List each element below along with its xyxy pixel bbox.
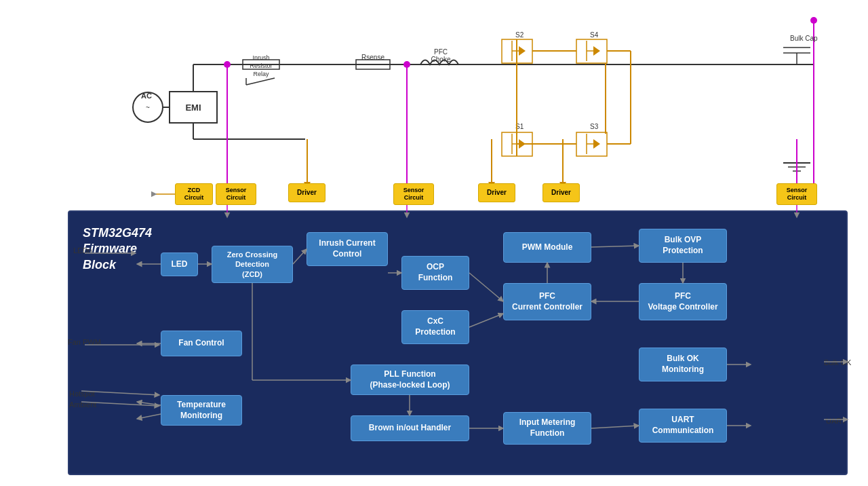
svg-marker-48 — [593, 139, 600, 149]
svg-text:~: ~ — [146, 104, 150, 111]
svg-point-24 — [403, 61, 410, 68]
svg-text:S4: S4 — [590, 31, 599, 39]
svg-rect-35 — [576, 39, 607, 63]
svg-marker-38 — [593, 46, 600, 56]
svg-text:EMI: EMI — [185, 102, 201, 113]
ambient-label: Ambient — [69, 400, 96, 409]
svg-rect-45 — [576, 132, 607, 156]
sensor-circuit-1-block: SensorCircuit — [216, 183, 256, 205]
cxc-protection-block: CxCProtection — [401, 310, 469, 344]
svg-rect-21 — [356, 60, 390, 69]
svg-rect-3 — [170, 92, 217, 123]
sensor-circuit-2-block: SensorCircuit — [393, 183, 434, 205]
uart-comm-block: UARTCommunication — [639, 409, 727, 443]
svg-point-0 — [133, 92, 163, 122]
svg-text:Bulk Cap: Bulk Cap — [790, 35, 818, 42]
fan-pwm-label: Fan PWM — [68, 338, 101, 346]
svg-line-17 — [246, 78, 275, 85]
driver-3-block: Driver — [542, 183, 580, 202]
svg-text:PFC: PFC — [434, 48, 448, 56]
svg-marker-43 — [519, 139, 526, 149]
svg-point-65 — [810, 17, 817, 24]
pwm-module-block: PWM Module — [503, 232, 591, 263]
svg-text:Inrush: Inrush — [252, 54, 269, 61]
bulk-ok-block: Bulk OKMonitoring — [639, 348, 727, 381]
zcd-fw-block: Zero CrossingDetection(ZCD) — [212, 246, 293, 283]
led-block: LED — [161, 253, 198, 276]
bulk-ok-ext-label: Bulk OK — [824, 358, 851, 367]
sensor-circuit-3-block: SensorCircuit — [776, 183, 817, 205]
firmware-block: STM32G474 Firmware Block LED Zero Crossi… — [68, 210, 848, 475]
main-container: ~ AC EMI Inrush Resistor Relay Rsense — [0, 0, 868, 486]
hotspot-label: Hotspot — [69, 390, 95, 398]
inrush-control-block: Inrush CurrentControl — [307, 232, 388, 266]
uart-ext-label: UART — [826, 417, 846, 425]
svg-line-96 — [137, 414, 161, 419]
svg-point-18 — [224, 61, 231, 68]
svg-text:Rsense: Rsense — [361, 54, 384, 61]
svg-line-86 — [591, 246, 639, 247]
fan-control-block: Fan Control — [161, 331, 242, 356]
ocp-function-block: OCPFunction — [401, 256, 469, 290]
svg-text:S2: S2 — [515, 31, 524, 39]
pfc-voltage-block: PFCVoltage Controller — [639, 283, 727, 320]
zcd-circuit-block: ZCDCircuit — [175, 183, 213, 205]
bulk-ovp-block: Bulk OVPProtection — [639, 229, 727, 263]
input-metering-block: Input MeteringFunction — [503, 412, 591, 445]
svg-rect-30 — [502, 39, 532, 63]
pll-function-block: PLL Function(Phase-locked Loop) — [351, 364, 469, 395]
svg-marker-33 — [519, 46, 526, 56]
svg-line-84 — [469, 314, 503, 327]
svg-text:S1: S1 — [515, 123, 524, 130]
temp-monitoring-block: TemperatureMonitoring — [161, 395, 242, 426]
svg-text:Relay: Relay — [253, 71, 269, 77]
svg-line-79 — [293, 249, 307, 264]
svg-line-83 — [469, 273, 503, 301]
svg-text:AC: AC — [141, 92, 152, 100]
svg-text:Resistor: Resistor — [250, 62, 272, 69]
pfc-current-block: PFCCurrent Controller — [503, 283, 591, 320]
brown-handler-block: Brown in/out Handler — [351, 415, 469, 441]
svg-text:Choke: Choke — [431, 56, 451, 63]
svg-line-95 — [137, 402, 161, 405]
firmware-title: STM32G474 Firmware Block — [83, 225, 152, 273]
svg-line-92 — [591, 426, 639, 428]
driver-1-block: Driver — [288, 183, 326, 202]
svg-text:S3: S3 — [590, 123, 599, 130]
svg-rect-13 — [243, 60, 279, 69]
svg-rect-40 — [502, 132, 532, 156]
ledn-label: LEDn — [73, 246, 92, 255]
driver-2-block: Driver — [478, 183, 515, 202]
